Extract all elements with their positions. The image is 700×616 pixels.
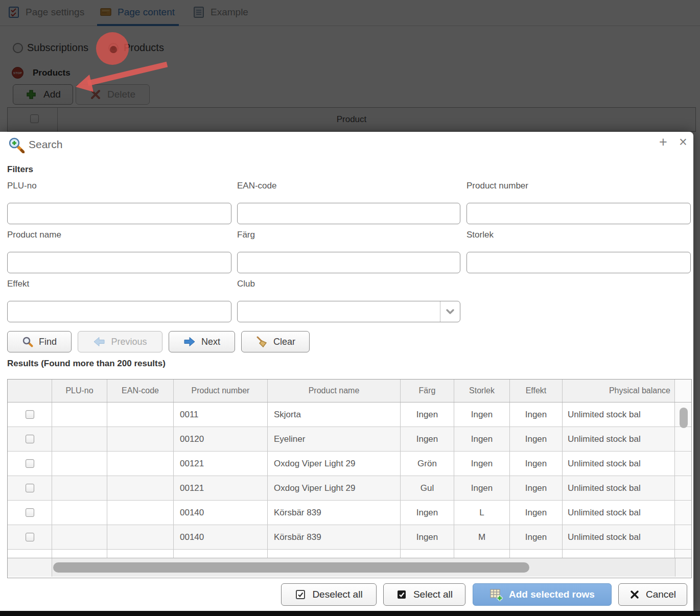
row-select-cell: [8, 550, 52, 558]
row-checkbox[interactable]: [26, 533, 34, 541]
cell-product_name: Oxdog Viper Light 29: [268, 452, 401, 476]
dialog-close-button[interactable]: ×: [675, 134, 691, 150]
field-label: Product name: [7, 230, 231, 241]
find-button-label: Find: [39, 337, 57, 347]
header-physical-balance: Physical balance: [563, 380, 675, 402]
cell-effekt: Ingen: [510, 402, 563, 427]
header-effekt: Effekt: [510, 380, 563, 402]
farg-input[interactable]: [237, 252, 460, 273]
cell-physical_balance: Unlimited stock bal: [563, 525, 675, 549]
cell-product_number: 00121: [174, 476, 268, 500]
previous-button[interactable]: Previous: [78, 331, 162, 352]
storlek-input[interactable]: [466, 252, 691, 273]
horizontal-scrollbar-thumb[interactable]: [53, 562, 529, 573]
product-number-input[interactable]: [466, 203, 691, 224]
broom-icon: [255, 336, 268, 348]
cell-product_number: 00120: [174, 427, 268, 451]
club-dropdown-button[interactable]: [440, 301, 460, 322]
filter-club: Club: [237, 279, 460, 322]
table-row[interactable]: 00121Oxdog Viper Light 29GrönIngenIngenU…: [8, 452, 691, 476]
clear-button-label: Clear: [273, 337, 295, 347]
effekt-input[interactable]: [7, 301, 231, 322]
table-row[interactable]: 00120EyelinerIngenIngenIngenUnlimited st…: [8, 427, 691, 452]
filter-product-number: Product number: [466, 181, 691, 224]
cell-product_number: 00140: [174, 501, 268, 525]
dialog-expand-button[interactable]: +: [656, 134, 671, 150]
row-select-cell: [8, 525, 52, 549]
cell-storlek: Ingen: [454, 452, 510, 476]
row-checkbox[interactable]: [26, 459, 34, 468]
next-button[interactable]: Next: [169, 331, 235, 352]
row-select-cell: [8, 452, 52, 476]
product-name-input[interactable]: [7, 252, 231, 273]
deselect-all-button[interactable]: Deselect all: [281, 583, 377, 606]
table-row[interactable]: 00121Oxdog Viper Light 29GulIngenIngenUn…: [8, 476, 691, 501]
row-checkbox[interactable]: [26, 508, 34, 517]
field-label: EAN-code: [237, 181, 460, 192]
plu-no-input[interactable]: [7, 203, 231, 224]
cell-storlek: Ingen: [454, 402, 510, 427]
cell-physical_balance: Unlimited stock bal: [563, 402, 675, 427]
annotation-arrow: [72, 45, 179, 96]
scrollbar-column-cell: [675, 476, 691, 500]
vertical-scrollbar-thumb[interactable]: [680, 408, 688, 428]
filter-ean-code: EAN-code: [237, 181, 460, 224]
filter-plu-no: PLU-no: [7, 181, 231, 224]
dialog-title: Search: [29, 138, 63, 151]
cancel-label: Cancel: [646, 589, 676, 600]
checkbox-filled-icon: [396, 589, 407, 600]
cell-product_number: 00140: [174, 525, 268, 549]
cell-ean: [107, 525, 174, 549]
arrow-right-icon: [183, 336, 196, 348]
arrow-left-icon: [93, 336, 105, 348]
cell-product_number: 00121: [174, 452, 268, 476]
checkbox-outline-icon: [295, 589, 306, 600]
cell-effekt: Ingen: [510, 452, 563, 476]
select-all-button[interactable]: Select all: [383, 583, 465, 606]
field-label: PLU-no: [7, 181, 231, 192]
deselect-all-label: Deselect all: [312, 589, 362, 600]
cell-storlek: Ingen: [454, 476, 510, 500]
clear-button[interactable]: Clear: [241, 331, 310, 352]
ean-code-input[interactable]: [237, 203, 460, 224]
row-checkbox[interactable]: [26, 410, 34, 419]
cell-product_name: Oxdog Viper Light 29: [268, 476, 401, 500]
cell-product_name: Skjorta: [268, 402, 401, 427]
chevron-down-icon: [445, 307, 455, 316]
club-select[interactable]: [237, 301, 460, 322]
cancel-x-icon: [629, 589, 640, 600]
row-select-cell: [8, 476, 52, 500]
search-plus-icon: [8, 137, 25, 155]
cell-ean: [107, 402, 174, 427]
header-scrollbar-column: [675, 380, 691, 402]
filter-product-name: Product name: [7, 230, 231, 273]
cell-ean: [107, 427, 174, 451]
scrollbar-corner-cell: [675, 558, 691, 577]
header-plu-no: PLU-no: [52, 380, 107, 402]
cell-ean: [107, 501, 174, 525]
screen-bottom-bar: [0, 611, 700, 616]
previous-button-label: Previous: [111, 337, 147, 347]
find-button[interactable]: Find: [7, 331, 72, 352]
table-row[interactable]: 0011SkjortaIngenIngenIngenUnlimited stoc…: [8, 402, 691, 427]
row-checkbox[interactable]: [26, 435, 34, 443]
horizontal-scrollbar-track[interactable]: [52, 558, 675, 577]
cell-storlek: Ingen: [454, 427, 510, 451]
row-select-cell: [8, 402, 52, 427]
scrollbar-column-cell: [675, 452, 691, 476]
cell-product_name: Körsbär 839: [268, 525, 401, 549]
cell-physical_balance: Unlimited stock bal: [563, 452, 675, 476]
cell-plu: [52, 427, 107, 451]
header-storlek: Storlek: [454, 380, 510, 402]
cell-plu: [52, 525, 107, 549]
cell-ean: [107, 476, 174, 500]
cell-storlek: M: [454, 525, 510, 549]
cancel-button[interactable]: Cancel: [618, 583, 687, 606]
cell-farg: Gul: [401, 476, 454, 500]
cell-farg: Ingen: [401, 402, 454, 427]
table-row[interactable]: 00140Körsbär 839IngenLIngenUnlimited sto…: [8, 501, 691, 525]
row-checkbox[interactable]: [26, 484, 34, 492]
scrollbar-left-cell: [8, 558, 52, 577]
table-row[interactable]: 00140Körsbär 839IngenMIngenUnlimited sto…: [8, 525, 691, 550]
add-selected-rows-button[interactable]: Add selected rows: [473, 583, 612, 606]
